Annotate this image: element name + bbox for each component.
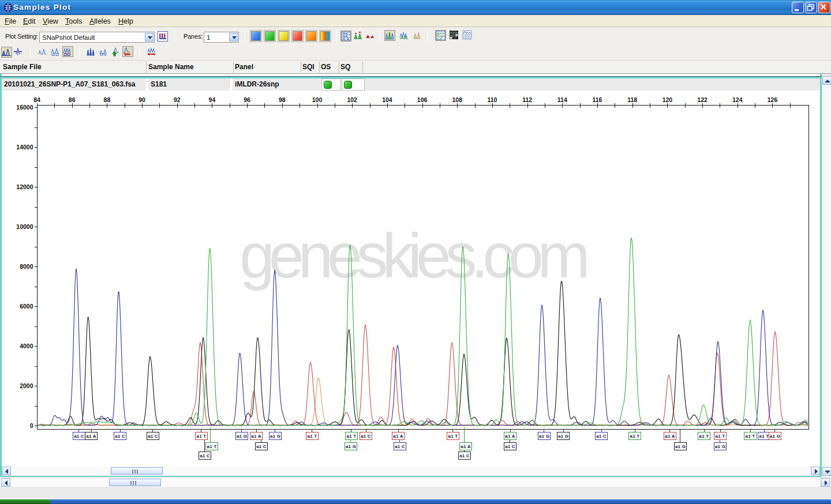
svg-text:a1 T: a1 T xyxy=(630,434,640,439)
svg-text:104: 104 xyxy=(382,96,392,103)
svg-text:8000: 8000 xyxy=(20,263,33,270)
svg-text:a1 G: a1 G xyxy=(237,434,247,439)
svg-text:10000: 10000 xyxy=(16,223,33,230)
svg-text:a1 C: a1 C xyxy=(200,453,210,458)
svg-text:84: 84 xyxy=(33,96,40,103)
svg-text:122: 122 xyxy=(697,96,708,103)
svg-text:88: 88 xyxy=(104,96,111,103)
svg-text:16000: 16000 xyxy=(16,104,33,111)
svg-text:a1 G: a1 G xyxy=(675,444,686,449)
svg-text:118: 118 xyxy=(627,96,637,103)
svg-text:a1 C: a1 C xyxy=(115,434,125,439)
svg-text:a1 G: a1 G xyxy=(770,434,780,439)
svg-text:a1 C: a1 C xyxy=(596,434,607,439)
svg-text:a1 T: a1 T xyxy=(207,444,217,449)
svg-text:90: 90 xyxy=(138,96,145,103)
svg-text:a1 A: a1 A xyxy=(86,434,96,439)
svg-text:100: 100 xyxy=(312,96,323,103)
svg-text:124: 124 xyxy=(732,96,743,103)
svg-text:a1 G: a1 G xyxy=(715,444,725,449)
svg-text:a1 C: a1 C xyxy=(148,434,158,439)
svg-text:geneskies.com: geneskies.com xyxy=(239,220,590,291)
svg-text:a1 C: a1 C xyxy=(395,444,405,449)
svg-text:a1 C: a1 C xyxy=(361,434,371,439)
svg-text:a1 C: a1 C xyxy=(459,453,470,458)
svg-text:a1 T: a1 T xyxy=(197,434,207,439)
svg-text:a1 C: a1 C xyxy=(256,444,267,449)
svg-text:98: 98 xyxy=(279,96,286,103)
svg-text:a1 A: a1 A xyxy=(665,434,675,439)
svg-text:92: 92 xyxy=(174,96,181,103)
svg-text:a1 T: a1 T xyxy=(308,434,317,439)
svg-text:116: 116 xyxy=(593,96,602,103)
svg-text:108: 108 xyxy=(452,96,463,103)
svg-text:112: 112 xyxy=(522,96,532,103)
svg-text:a1 C: a1 C xyxy=(74,434,84,439)
svg-text:12000: 12000 xyxy=(16,183,33,190)
svg-text:4000: 4000 xyxy=(20,343,33,349)
svg-text:a1 T: a1 T xyxy=(699,434,709,439)
svg-text:6000: 6000 xyxy=(20,303,33,310)
svg-text:96: 96 xyxy=(244,96,250,103)
svg-text:a1 G: a1 G xyxy=(270,434,280,439)
svg-text:106: 106 xyxy=(417,96,428,103)
svg-text:a1 G: a1 G xyxy=(539,434,549,439)
svg-text:94: 94 xyxy=(209,96,216,103)
svg-text:a1 T: a1 T xyxy=(448,434,458,439)
svg-text:a1 A: a1 A xyxy=(251,434,261,439)
svg-text:a1 C: a1 C xyxy=(505,444,515,449)
svg-text:114: 114 xyxy=(557,96,567,103)
svg-text:120: 120 xyxy=(662,96,673,103)
svg-text:110: 110 xyxy=(488,96,497,103)
svg-text:a1 T: a1 T xyxy=(746,434,755,439)
svg-text:126: 126 xyxy=(768,96,778,103)
svg-text:a1 T: a1 T xyxy=(347,434,357,439)
svg-text:a1 A: a1 A xyxy=(461,444,470,449)
svg-text:2000: 2000 xyxy=(20,382,33,389)
svg-text:14000: 14000 xyxy=(16,144,33,151)
svg-text:a1 G: a1 G xyxy=(346,444,356,449)
svg-text:86: 86 xyxy=(69,96,76,103)
svg-text:a1 T: a1 T xyxy=(759,434,769,439)
svg-text:a1 T: a1 T xyxy=(716,434,725,439)
svg-text:a1 A: a1 A xyxy=(393,434,403,439)
svg-text:a1 G: a1 G xyxy=(558,434,568,439)
svg-text:a1 A: a1 A xyxy=(505,434,515,439)
svg-text:102: 102 xyxy=(347,96,357,103)
svg-text:0: 0 xyxy=(30,422,33,429)
